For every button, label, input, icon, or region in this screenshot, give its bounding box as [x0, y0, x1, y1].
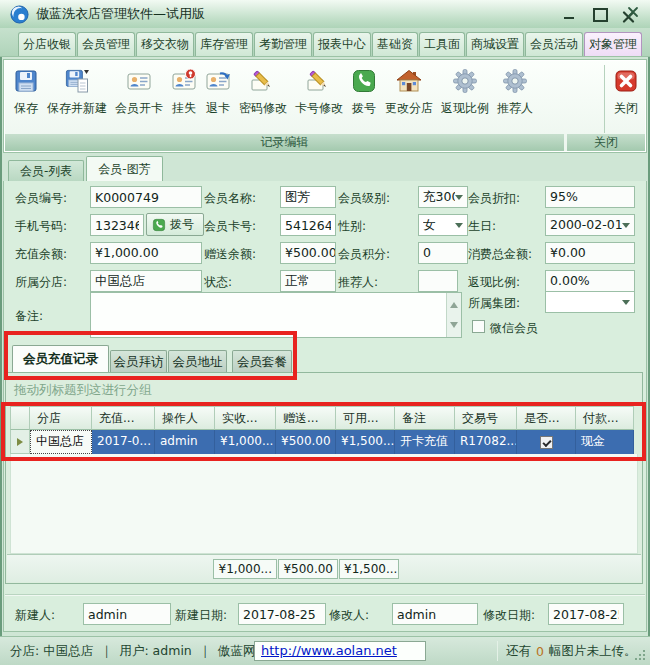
status-upload-info: 还有 0 幅图片未上传。	[506, 637, 636, 665]
column-header-gift[interactable]: 赠送...	[276, 406, 336, 430]
cell-payment[interactable]: 现金	[576, 430, 634, 454]
created-date-field[interactable]	[238, 603, 326, 625]
scroll-up-icon[interactable]	[450, 298, 458, 308]
dial-button[interactable]: 拨号	[347, 64, 381, 119]
created-date-label: 新建日期:	[175, 607, 227, 624]
points-field: 0	[418, 242, 468, 264]
chevron-down-icon	[455, 195, 463, 204]
member-level-select[interactable]: 充300	[418, 186, 468, 208]
menu-tab-basic-data[interactable]: 基础资	[372, 32, 418, 56]
close-form-button[interactable]: 关闭	[609, 64, 643, 119]
resize-grip[interactable]	[635, 650, 646, 661]
cell-branch[interactable]: 中国总店	[30, 430, 92, 454]
card-no-field[interactable]	[280, 214, 336, 236]
menu-tab-inventory[interactable]: 库存管理	[195, 32, 253, 56]
referrer-button[interactable]: 推荐人	[493, 64, 537, 119]
paid-checkbox-checked[interactable]	[540, 436, 553, 449]
group-select[interactable]	[545, 291, 635, 313]
cell-available[interactable]: ¥1,500...	[336, 430, 395, 454]
status-branch: 分店: 中国总店	[10, 643, 93, 660]
phone-icon	[351, 68, 377, 94]
menu-tab-mall-settings[interactable]: 商城设置	[466, 32, 524, 56]
referrer-field[interactable]	[418, 270, 458, 292]
column-header-transaction-no[interactable]: 交易号	[455, 406, 517, 430]
cell-remark[interactable]: 开卡充值	[395, 430, 455, 454]
column-header-remark[interactable]: 备注	[395, 406, 455, 430]
modified-by-field[interactable]	[392, 603, 478, 625]
dial-phone-button[interactable]: 拨号	[146, 213, 204, 236]
branch-field: 中国总店	[90, 270, 202, 292]
menu-tab-reports[interactable]: 报表中心	[313, 32, 371, 56]
website-link-box: http://www.aolan.net	[254, 641, 426, 661]
cashback-ratio-button[interactable]: 返现比例	[437, 64, 493, 119]
member-open-card-button[interactable]: 会员开卡	[111, 64, 167, 119]
member-name-field[interactable]	[280, 186, 336, 208]
member-discount-field[interactable]: 95%	[545, 186, 635, 208]
menu-tab-member-activity[interactable]: 会员活动	[525, 32, 583, 56]
created-by-field[interactable]	[83, 603, 171, 625]
column-header-recharge-date[interactable]: 充值...	[92, 406, 155, 430]
status-user: 用户: admin	[119, 643, 191, 660]
cell-received[interactable]: ¥1,000...	[215, 430, 276, 454]
cell-is-paid[interactable]	[517, 430, 576, 454]
subtab-member-address[interactable]: 会员地址	[168, 350, 227, 372]
gift-balance-field: ¥500.00	[280, 242, 336, 264]
column-header-received[interactable]: 实收...	[215, 406, 276, 430]
recharge-balance-label: 充值余额:	[15, 246, 67, 263]
minimize-button[interactable]	[562, 8, 576, 20]
change-password-button[interactable]: 密码修改	[235, 64, 291, 119]
cell-recharge-date[interactable]: 2017-0...	[92, 430, 155, 454]
menu-tab-member-management[interactable]: 会员管理	[77, 32, 135, 56]
table-row-selected[interactable]: 中国总店 2017-0... admin ¥1,000... ¥500.00 ¥…	[10, 430, 634, 454]
website-link[interactable]: http://www.aolan.net	[261, 643, 397, 658]
floppy-save-icon	[13, 68, 39, 94]
column-header-is-paid[interactable]: 是否...	[517, 406, 576, 430]
subtab-member-packages[interactable]: 会员套餐	[232, 350, 292, 372]
member-level-label: 会员级别:	[338, 190, 390, 207]
change-card-no-button[interactable]: 卡号修改	[291, 64, 347, 119]
tab-member-list[interactable]: 会员-列表	[8, 160, 84, 181]
menu-tab-clothes-handover[interactable]: 移交衣物	[136, 32, 194, 56]
tab-member-detail[interactable]: 会员-图芳	[86, 156, 162, 181]
column-header-operator[interactable]: 操作人	[155, 406, 215, 430]
scroll-down-icon[interactable]	[450, 322, 458, 332]
wechat-member-label: 微信会员	[490, 320, 538, 337]
remark-scrollbar[interactable]	[446, 293, 461, 337]
column-header-branch[interactable]: 分店	[30, 406, 92, 430]
phone-icon	[152, 218, 166, 232]
cell-operator[interactable]: admin	[155, 430, 215, 454]
remark-textarea[interactable]	[90, 292, 462, 338]
return-card-button[interactable]: 退卡	[201, 64, 235, 119]
cell-gift[interactable]: ¥500.00	[276, 430, 336, 454]
floppy-save-new-icon	[64, 68, 90, 94]
save-button[interactable]: 保存	[9, 64, 43, 119]
menu-tab-attendance[interactable]: 考勤管理	[254, 32, 312, 56]
member-discount-label: 会员折扣:	[468, 190, 520, 207]
column-header-payment[interactable]: 付款...	[576, 406, 634, 430]
menu-tab-object-management[interactable]: 对象管理	[584, 32, 642, 56]
summary-received: ¥1,000...	[213, 559, 277, 579]
grid-summary-bar: ¥1,000... ¥500.00 ¥1,500...	[7, 554, 641, 582]
status-label: 状态:	[204, 274, 232, 291]
row-indicator	[10, 430, 30, 454]
toolbar-group-label-record-edit: 记录编辑	[5, 134, 564, 151]
recharge-balance-field: ¥1,000.00	[90, 242, 202, 264]
maximize-button[interactable]	[592, 8, 606, 20]
save-and-new-button[interactable]: 保存并新建	[43, 64, 111, 119]
member-no-field[interactable]	[90, 186, 202, 208]
cell-transaction-no[interactable]: R17082...	[455, 430, 517, 454]
subtab-recharge-records[interactable]: 会员充值记录	[12, 345, 109, 372]
change-branch-button[interactable]: 更改分店	[381, 64, 437, 119]
birthday-select[interactable]: 2000-02-01	[545, 214, 635, 236]
menu-tab-branch-cashier[interactable]: 分店收银	[18, 32, 76, 56]
phone-field[interactable]	[90, 214, 144, 236]
subtab-member-visits[interactable]: 会员拜访	[110, 350, 167, 372]
document-tabs-close-icon[interactable]	[627, 6, 639, 18]
gender-select[interactable]: 女	[418, 214, 468, 236]
gear-icon	[452, 68, 478, 94]
column-header-available[interactable]: 可用...	[336, 406, 395, 430]
modified-date-field[interactable]	[548, 603, 624, 625]
menu-tab-tools[interactable]: 工具面	[419, 32, 465, 56]
report-loss-button[interactable]: 挂失	[167, 64, 201, 119]
wechat-member-checkbox[interactable]	[472, 320, 485, 333]
